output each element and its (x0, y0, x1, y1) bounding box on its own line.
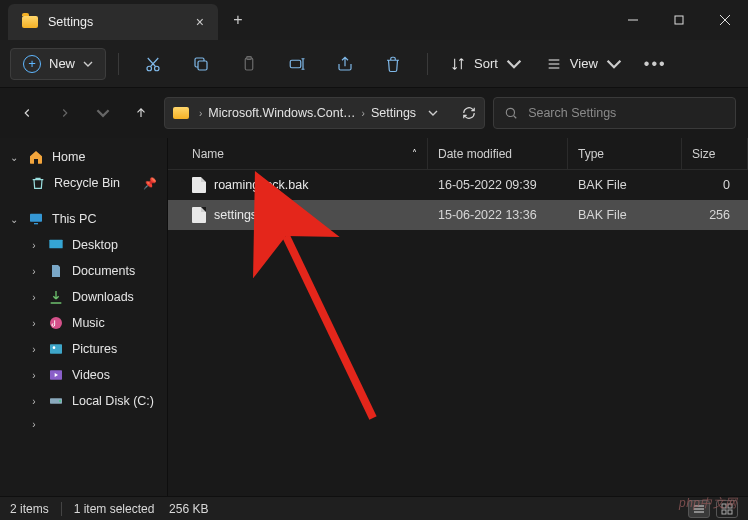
more-button[interactable]: ••• (636, 55, 675, 73)
sort-label: Sort (474, 56, 498, 71)
pin-icon: 📌 (143, 177, 157, 190)
forward-button[interactable] (50, 98, 80, 128)
breadcrumb-segment[interactable]: Microsoft.Windows.Cont… (208, 106, 355, 120)
address-bar[interactable]: › Microsoft.Windows.Cont… › Settings (164, 97, 485, 129)
search-icon (504, 106, 518, 120)
chevron-down-icon[interactable] (428, 108, 438, 118)
chevron-down-icon (606, 56, 622, 72)
file-icon (192, 207, 206, 223)
svg-point-13 (506, 108, 514, 116)
file-row[interactable]: settings.dat.bak 15-06-2022 13:36 BAK Fi… (168, 200, 748, 230)
status-bar: 2 items 1 item selected 256 KB (0, 496, 748, 520)
svg-rect-9 (290, 60, 301, 68)
file-pane: Name˄ Date modified Type Size roaming.lo… (168, 138, 748, 496)
new-button[interactable]: + New (10, 48, 106, 80)
close-window-button[interactable] (702, 0, 748, 40)
column-size[interactable]: Size (682, 138, 748, 169)
sidebar-item-desktop[interactable]: ›Desktop (0, 232, 167, 258)
new-tab-button[interactable]: + (218, 0, 258, 40)
sidebar-item-home[interactable]: ⌄ Home (0, 144, 167, 170)
cut-button[interactable] (131, 46, 175, 82)
search-input[interactable]: Search Settings (493, 97, 736, 129)
close-tab-icon[interactable]: × (196, 14, 204, 30)
svg-point-22 (59, 400, 61, 402)
documents-icon (48, 263, 64, 279)
svg-rect-15 (34, 223, 38, 224)
svg-point-4 (147, 66, 152, 71)
sidebar-item-pictures[interactable]: ›Pictures (0, 336, 167, 362)
svg-point-17 (50, 317, 62, 329)
sort-icon (450, 56, 466, 72)
view-icon (546, 56, 562, 72)
rename-button[interactable] (275, 46, 319, 82)
sort-asc-icon: ˄ (412, 148, 417, 159)
status-size: 256 KB (169, 502, 208, 516)
minimize-button[interactable] (610, 0, 656, 40)
sidebar-label: Videos (72, 368, 110, 382)
sort-button[interactable]: Sort (440, 50, 532, 78)
chevron-down-icon (83, 59, 93, 69)
separator (118, 53, 119, 75)
sidebar-label: Downloads (72, 290, 134, 304)
desktop-icon (48, 237, 64, 253)
sidebar-more[interactable]: › (0, 414, 167, 435)
sidebar-label: This PC (52, 212, 96, 226)
file-row[interactable]: roaming.lock.bak 16-05-2022 09:39 BAK Fi… (168, 170, 748, 200)
refresh-icon[interactable] (462, 106, 476, 120)
home-icon (28, 149, 44, 165)
share-button[interactable] (323, 46, 367, 82)
copy-button[interactable] (179, 46, 223, 82)
recent-locations-button[interactable] (88, 98, 118, 128)
sidebar-item-downloads[interactable]: ›Downloads (0, 284, 167, 310)
toolbar: + New Sort View ••• (0, 40, 748, 88)
monitor-icon (28, 211, 44, 227)
column-headers: Name˄ Date modified Type Size (168, 138, 748, 170)
sidebar-label: Music (72, 316, 105, 330)
file-icon (192, 177, 206, 193)
separator (427, 53, 428, 75)
sidebar-label: Local Disk (C:) (72, 394, 154, 408)
chevron-down-icon (506, 56, 522, 72)
maximize-button[interactable] (656, 0, 702, 40)
file-date: 16-05-2022 09:39 (428, 178, 568, 192)
sidebar-item-recycle[interactable]: Recycle Bin 📌 (0, 170, 167, 196)
back-button[interactable] (12, 98, 42, 128)
file-date: 15-06-2022 13:36 (428, 208, 568, 222)
pictures-icon (48, 341, 64, 357)
sidebar-label: Recycle Bin (54, 176, 120, 190)
tab-title: Settings (48, 15, 186, 29)
sidebar: ⌄ Home Recycle Bin 📌 ⌄ This PC ›Desktop … (0, 138, 168, 496)
folder-icon (173, 107, 189, 119)
column-date[interactable]: Date modified (428, 138, 568, 169)
delete-button[interactable] (371, 46, 415, 82)
column-name[interactable]: Name˄ (182, 138, 428, 169)
chevron-right-icon: › (199, 108, 202, 119)
sidebar-item-music[interactable]: ›Music (0, 310, 167, 336)
titlebar: Settings × + (0, 0, 748, 40)
sidebar-item-thispc[interactable]: ⌄ This PC (0, 206, 167, 232)
svg-rect-16 (49, 240, 62, 249)
active-tab[interactable]: Settings × (8, 4, 218, 40)
sidebar-item-documents[interactable]: ›Documents (0, 258, 167, 284)
sidebar-item-local-disk[interactable]: ›Local Disk (C:) (0, 388, 167, 414)
new-button-label: New (49, 56, 75, 71)
search-placeholder: Search Settings (528, 106, 616, 120)
up-button[interactable] (126, 98, 156, 128)
paste-button[interactable] (227, 46, 271, 82)
svg-rect-6 (198, 61, 207, 70)
file-name: roaming.lock.bak (214, 178, 309, 192)
sidebar-label: Documents (72, 264, 135, 278)
videos-icon (48, 367, 64, 383)
downloads-icon (48, 289, 64, 305)
breadcrumb-segment[interactable]: Settings (371, 106, 416, 120)
file-size: 0 (682, 178, 748, 192)
file-type: BAK File (568, 208, 682, 222)
file-name: settings.dat.bak (214, 208, 302, 222)
status-selected: 1 item selected (74, 502, 155, 516)
svg-point-19 (53, 346, 56, 349)
sidebar-label: Home (52, 150, 85, 164)
view-button[interactable]: View (536, 50, 632, 78)
sidebar-item-videos[interactable]: ›Videos (0, 362, 167, 388)
column-type[interactable]: Type (568, 138, 682, 169)
watermark: php中文网 (679, 495, 738, 512)
